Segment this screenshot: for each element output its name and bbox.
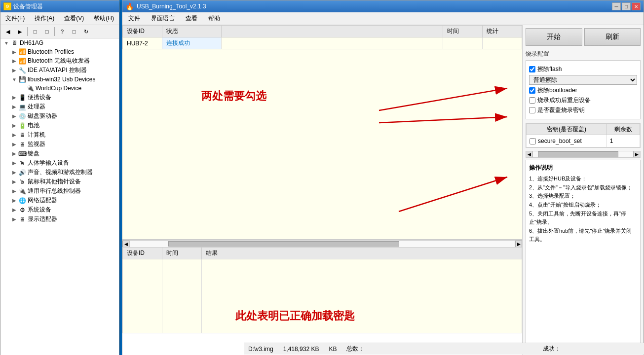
battery-icon: 🔋 — [18, 122, 26, 130]
expand-cpu[interactable]: ▶ — [10, 103, 18, 111]
expand-root[interactable]: ▼ — [2, 39, 10, 47]
tree-node-disk[interactable]: ▶ 💿 磁盘驱动器 — [0, 111, 119, 121]
expand-hid[interactable]: ▶ — [10, 159, 18, 167]
usb-menu-help[interactable]: 帮助 — [205, 13, 223, 24]
key-checkbox[interactable] — [530, 138, 536, 144]
key-section-scrollbar[interactable]: ◀ ▶ — [526, 151, 641, 158]
usb-menubar: 文件 界面语言 查看 帮助 — [122, 12, 644, 25]
dm-menu-view[interactable]: 查看(V) — [61, 13, 87, 24]
ide-icon: 🔧 — [18, 67, 26, 74]
network-icon: 🌐 — [18, 197, 26, 205]
tree-node-bluetooth-radio[interactable]: ▶ 📶 Bluetooth 无线电收发器 — [0, 56, 119, 66]
annotation-area: 两处需要勾选 — [122, 49, 522, 239]
expand-audio[interactable]: ▶ — [10, 169, 18, 177]
toolbar-forward[interactable]: ▶ — [14, 26, 25, 37]
expand-usb-ctrl[interactable]: ▶ — [10, 187, 18, 195]
tree-node-libusb[interactable]: ▼ 💾 libusb-win32 Usb Devices — [0, 75, 119, 84]
tree-node-label-keyboard: 键盘 — [28, 149, 39, 158]
dm-menu-help[interactable]: 帮助(H) — [91, 13, 117, 24]
start-button[interactable]: 开始 — [526, 28, 582, 46]
overwrite-key-row: 是否覆盖烧录密钥 — [529, 106, 637, 114]
expand-bluetooth-radio[interactable]: ▶ — [10, 57, 18, 65]
refresh-button[interactable]: 刷新 — [584, 28, 641, 46]
toolbar-back[interactable]: ◀ — [2, 26, 13, 37]
expand-mouse[interactable]: ▶ — [10, 178, 18, 186]
expand-ide[interactable]: ▶ — [10, 67, 18, 74]
tree-node-root[interactable]: ▼ 🖥 DH61AG — [0, 38, 119, 47]
tree-node-system[interactable]: ▶ ⚙ 系统设备 — [0, 205, 119, 214]
minimize-button[interactable]: ─ — [612, 2, 621, 10]
scroll-left-key[interactable]: ◀ — [526, 151, 533, 157]
toolbar-help[interactable]: ? — [57, 26, 68, 37]
scroll-track-key[interactable] — [533, 151, 633, 157]
usb-menu-view[interactable]: 查看 — [183, 13, 200, 24]
portable-icon: 📱 — [18, 94, 26, 102]
tree-node-display[interactable]: ▶ 🖥 显示适配器 — [0, 214, 119, 224]
expand-network[interactable]: ▶ — [10, 197, 18, 205]
reboot-after-checkbox[interactable] — [529, 97, 535, 104]
dm-menu-action[interactable]: 操作(A) — [32, 13, 57, 24]
device-manager-title: 设备管理器 — [13, 2, 43, 11]
result-col-device-id: 设备ID — [123, 248, 162, 259]
erase-mode-row: 普通擦除 全部擦除 — [529, 75, 637, 85]
scroll-right-key[interactable]: ▶ — [633, 151, 640, 157]
tree-node-hid[interactable]: ▶ 🖱 人体学输入设备 — [0, 158, 119, 168]
col-header-status: 状态 — [162, 26, 222, 37]
erase-mode-select[interactable]: 普通擦除 全部擦除 — [529, 75, 637, 85]
device-id-cell: HUB7-2 — [123, 37, 162, 49]
toolbar-btn1[interactable]: □ — [30, 26, 40, 37]
tree-node-bluetooth-profiles[interactable]: ▶ 📶 Bluetooth Profiles — [0, 47, 119, 56]
toolbar-refresh[interactable]: ↻ — [80, 26, 91, 37]
expand-bluetooth-profiles[interactable]: ▶ — [10, 48, 18, 56]
ops-item-5: 5、关闭工具前，先断开设备连接，再"停止"烧录。 — [529, 210, 637, 227]
expand-monitor[interactable]: ▶ — [10, 141, 18, 148]
toolbar-btn3[interactable]: □ — [69, 26, 79, 37]
expand-disk[interactable]: ▶ — [10, 112, 18, 120]
close-button[interactable]: ✕ — [632, 2, 641, 10]
tree-node-monitor[interactable]: ▶ 🖥 监视器 — [0, 140, 119, 149]
stats-cell — [483, 37, 522, 49]
scroll-track[interactable] — [129, 241, 515, 247]
expand-battery[interactable]: ▶ — [10, 122, 18, 130]
tree-node-worldcup[interactable]: 🔌 WorldCup Device — [0, 84, 119, 93]
usb-menu-file[interactable]: 文件 — [125, 13, 143, 24]
scroll-right-btn[interactable]: ▶ — [515, 241, 522, 248]
tree-node-keyboard[interactable]: ▶ ⌨ 键盘 — [0, 149, 119, 158]
tree-node-label-network: 网络适配器 — [28, 196, 57, 205]
dm-menu-file[interactable]: 文件(F) — [2, 13, 28, 24]
tree-node-computer[interactable]: ▶ 🖥 计算机 — [0, 130, 119, 140]
tree-node-usb-ctrl[interactable]: ▶ 🔌 通用串行总线控制器 — [0, 186, 119, 196]
expand-portable[interactable]: ▶ — [10, 94, 18, 102]
scroll-thumb-key[interactable] — [538, 151, 618, 157]
remaining-cell: 1 — [606, 135, 640, 147]
tree-node-battery[interactable]: ▶ 🔋 电池 — [0, 121, 119, 130]
expand-computer[interactable]: ▶ — [10, 131, 18, 139]
computer2-icon: 🖥 — [18, 131, 26, 139]
kb-label: KB — [329, 346, 337, 353]
scroll-left-btn[interactable]: ◀ — [122, 241, 129, 248]
erase-flash-checkbox[interactable] — [529, 66, 535, 72]
tree-node-portable[interactable]: ▶ 📱 便携设备 — [0, 93, 119, 102]
tree-node-cpu[interactable]: ▶ 💻 处理器 — [0, 102, 119, 111]
key-name-label: secure_boot_set — [538, 138, 582, 144]
ops-item-3: 3、选择烧录配置； — [529, 192, 637, 201]
usb-menu-lang[interactable]: 界面语言 — [148, 13, 178, 24]
tree-node-network[interactable]: ▶ 🌐 网络适配器 — [0, 196, 119, 205]
erase-bootloader-checkbox[interactable] — [529, 87, 535, 94]
expand-libusb[interactable]: ▼ — [10, 75, 18, 83]
device-manager-window: ⚙ 设备管理器 文件(F) 操作(A) 查看(V) 帮助(H) ◀ ▶ □ □ … — [0, 0, 119, 355]
expand-keyboard[interactable]: ▶ — [10, 150, 18, 158]
tree-node-audio[interactable]: ▶ 🔊 声音、视频和游戏控制器 — [0, 168, 119, 177]
device-table-hscrollbar[interactable]: ◀ ▶ — [122, 240, 522, 247]
tree-node-mouse[interactable]: ▶ 🖱 鼠标和其他指针设备 — [0, 177, 119, 186]
scroll-thumb[interactable] — [168, 241, 399, 247]
maximize-button[interactable]: □ — [622, 2, 631, 10]
overwrite-key-label: 是否覆盖烧录密钥 — [537, 106, 585, 114]
expand-system[interactable]: ▶ — [10, 206, 18, 214]
tree-node-ide[interactable]: ▶ 🔧 IDE ATA/ATAPI 控制器 — [0, 66, 119, 75]
device-tree[interactable]: ▼ 🖥 DH61AG ▶ 📶 Bluetooth Profiles ▶ 📶 Bl… — [0, 38, 119, 355]
system-icon: ⚙ — [18, 206, 26, 214]
expand-display[interactable]: ▶ — [10, 215, 18, 223]
overwrite-key-checkbox[interactable] — [529, 107, 535, 113]
toolbar-btn2[interactable]: □ — [41, 26, 52, 37]
